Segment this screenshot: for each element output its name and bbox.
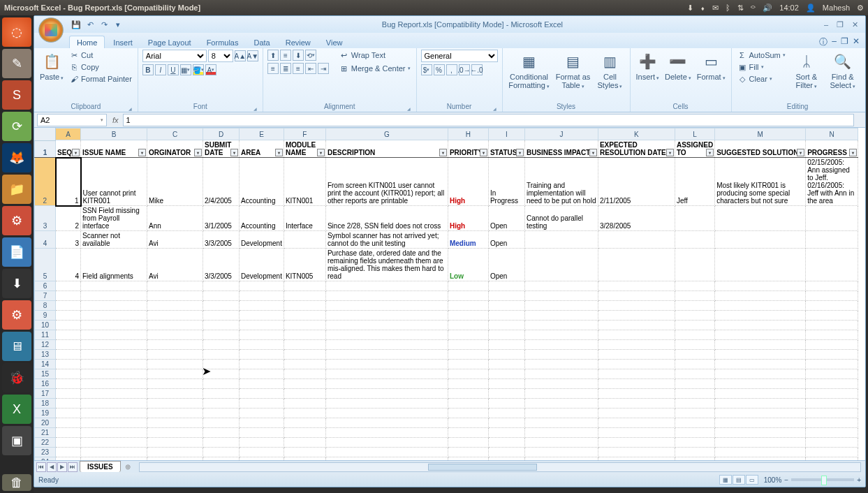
cell[interactable]: [325, 448, 448, 457]
column-header[interactable]: D: [203, 128, 240, 140]
insert-cells-button[interactable]: ➕Insert: [635, 50, 661, 82]
cell[interactable]: Avi: [147, 249, 203, 281]
copy-button[interactable]: ⎘Copy: [68, 61, 133, 73]
cell[interactable]: [203, 330, 240, 340]
row-header[interactable]: 4: [35, 231, 56, 249]
cell[interactable]: [147, 301, 203, 311]
cell[interactable]: [284, 281, 325, 291]
cell[interactable]: Training and implementation will need to…: [524, 158, 598, 206]
cell[interactable]: [56, 409, 81, 418]
cell[interactable]: [240, 340, 284, 350]
zoom-in-button[interactable]: +: [857, 476, 861, 484]
row-header[interactable]: 6: [35, 281, 56, 291]
cell[interactable]: Accounting: [240, 158, 284, 206]
redo-icon[interactable]: ↷: [98, 19, 110, 30]
cell[interactable]: [598, 340, 675, 350]
cell[interactable]: [524, 281, 598, 291]
wrap-text-button[interactable]: ↩Wrap Text: [338, 50, 412, 61]
align-top-button[interactable]: ⬆: [267, 50, 279, 61]
ribbon-tab-insert[interactable]: Insert: [106, 36, 140, 48]
cell[interactable]: 2/11/2005: [598, 158, 675, 206]
cell[interactable]: [81, 389, 147, 399]
cell[interactable]: [488, 428, 524, 438]
header-cell[interactable]: ISSUE NAME▾: [81, 140, 147, 158]
cell[interactable]: [240, 321, 284, 330]
cell[interactable]: [675, 340, 714, 350]
cell[interactable]: [806, 379, 858, 389]
column-header[interactable]: C: [147, 128, 203, 140]
cell[interactable]: [56, 281, 81, 291]
cell[interactable]: [806, 291, 858, 301]
filter-dropdown-icon[interactable]: ▾: [138, 149, 146, 156]
cell[interactable]: [56, 457, 81, 461]
header-cell[interactable]: EXPECTED RESOLUTION DATE▾: [598, 140, 675, 158]
cell[interactable]: [81, 448, 147, 457]
page-break-button[interactable]: ▭: [746, 475, 758, 485]
cell[interactable]: [715, 369, 806, 379]
cell[interactable]: [203, 457, 240, 461]
fill-color-button[interactable]: 🪣: [193, 64, 204, 75]
cell[interactable]: In Progress: [488, 158, 524, 206]
cell[interactable]: [240, 350, 284, 360]
cell[interactable]: [598, 369, 675, 379]
cell[interactable]: [675, 438, 714, 448]
cell[interactable]: [284, 360, 325, 369]
cell[interactable]: [284, 428, 325, 438]
merge-center-button[interactable]: ⊞Merge & Center: [338, 63, 412, 74]
header-cell[interactable]: SEQ#▾: [56, 140, 81, 158]
filter-dropdown-icon[interactable]: ▾: [516, 149, 524, 156]
cell[interactable]: [240, 311, 284, 321]
cell[interactable]: [56, 438, 81, 448]
cell[interactable]: [56, 321, 81, 330]
firefox-icon[interactable]: 🦊: [2, 143, 31, 172]
cell[interactable]: [325, 330, 448, 340]
cell[interactable]: [715, 206, 806, 231]
cell[interactable]: [240, 457, 284, 461]
cell[interactable]: [675, 457, 714, 461]
row-header[interactable]: 9: [35, 311, 56, 321]
new-sheet-button[interactable]: ⊕: [121, 462, 135, 472]
cell[interactable]: [284, 389, 325, 399]
cell[interactable]: [284, 457, 325, 461]
row-header[interactable]: 12: [35, 340, 56, 350]
cell[interactable]: [524, 321, 598, 330]
cell[interactable]: [715, 399, 806, 409]
cell[interactable]: [203, 281, 240, 291]
row-header[interactable]: 15: [35, 369, 56, 379]
cell[interactable]: [806, 231, 858, 249]
align-right-button[interactable]: ≡: [293, 63, 304, 74]
filter-dropdown-icon[interactable]: ▾: [275, 149, 283, 156]
cell[interactable]: [524, 249, 598, 281]
paste-button[interactable]: 📋 Paste: [38, 50, 65, 82]
accounting-button[interactable]: $: [421, 64, 432, 75]
cell[interactable]: [524, 231, 598, 249]
filter-dropdown-icon[interactable]: ▾: [589, 149, 597, 156]
cell[interactable]: [147, 379, 203, 389]
cell[interactable]: Most likely KITR001 is producing some sp…: [715, 158, 806, 206]
cell[interactable]: [715, 379, 806, 389]
cell[interactable]: [524, 330, 598, 340]
indent-inc-button[interactable]: ⇥: [318, 63, 329, 74]
cell[interactable]: [325, 438, 448, 448]
cell[interactable]: [448, 311, 488, 321]
cell[interactable]: [488, 350, 524, 360]
cell[interactable]: [325, 301, 448, 311]
cell[interactable]: [524, 291, 598, 301]
cell[interactable]: [598, 428, 675, 438]
ribbon-tab-home[interactable]: Home: [69, 36, 105, 48]
cell[interactable]: [715, 330, 806, 340]
font-size-select[interactable]: 8: [208, 50, 233, 62]
cell[interactable]: [448, 438, 488, 448]
save-icon[interactable]: 💾: [71, 19, 82, 30]
cell[interactable]: [806, 281, 858, 291]
cell[interactable]: Scanner not available: [81, 231, 147, 249]
header-cell[interactable]: STATUS▾: [488, 140, 524, 158]
cell[interactable]: [325, 350, 448, 360]
cell[interactable]: [56, 369, 81, 379]
cell[interactable]: [203, 340, 240, 350]
header-cell[interactable]: SUBMIT DATE▾: [203, 140, 240, 158]
cell[interactable]: [147, 448, 203, 457]
cell[interactable]: [147, 418, 203, 428]
column-header[interactable]: G: [325, 128, 448, 140]
cell[interactable]: [524, 428, 598, 438]
